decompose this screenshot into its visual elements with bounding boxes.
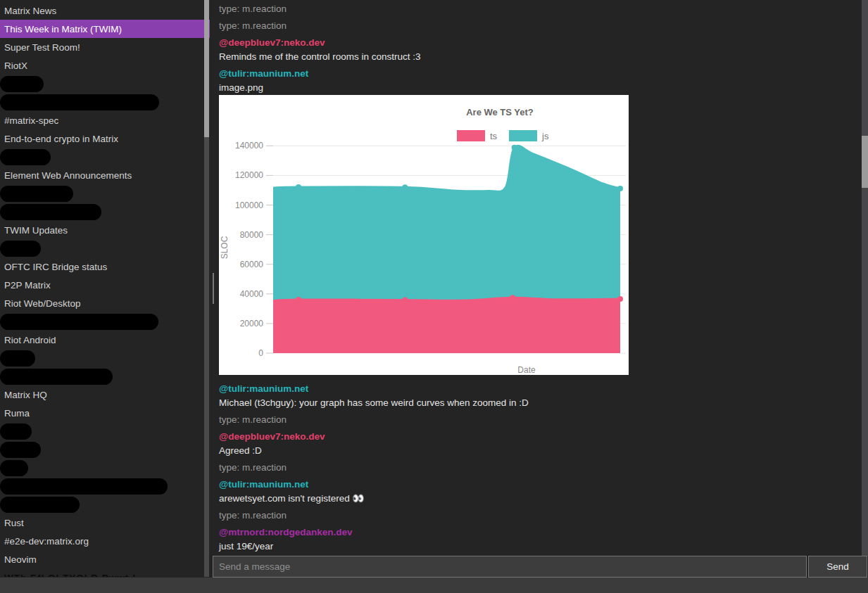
- svg-text:140000: 140000: [235, 141, 263, 151]
- message-sender[interactable]: @tulir:maunium.net: [219, 478, 862, 492]
- room-name: P2P Matrix: [4, 280, 51, 291]
- room-item-redacted[interactable]: [0, 477, 210, 495]
- room-item[interactable]: End-to-end crypto in Matrix: [0, 129, 210, 148]
- room-item-redacted[interactable]: [0, 312, 210, 331]
- redacted-room-name: [0, 241, 41, 257]
- room-item[interactable]: RiotX: [0, 56, 210, 75]
- room-item[interactable]: Riot Android: [0, 331, 210, 349]
- room-item[interactable]: OFTC IRC Bridge status: [0, 257, 210, 276]
- room-name: Matrix News: [4, 6, 56, 16]
- room-item[interactable]: Element Web Announcements: [0, 166, 210, 184]
- room-item[interactable]: Rust: [0, 514, 210, 532]
- room-item-redacted[interactable]: [0, 203, 210, 221]
- room-item[interactable]: TWIM Updates: [0, 221, 210, 239]
- room-item[interactable]: Riot Web/Desktop: [0, 294, 210, 312]
- room-item-redacted[interactable]: [0, 239, 210, 257]
- room-item[interactable]: Ruma: [0, 404, 210, 422]
- room-item[interactable]: Matrix News: [0, 1, 210, 20]
- room-item[interactable]: P2P Matrix: [0, 276, 210, 294]
- svg-text:120000: 120000: [235, 170, 263, 180]
- room-item[interactable]: #matrix-spec: [0, 111, 210, 129]
- svg-text:SLOC: SLOC: [220, 236, 229, 259]
- redacted-room-name: [0, 423, 32, 440]
- message-body: image.png: [219, 81, 862, 95]
- room-item-redacted[interactable]: [0, 495, 210, 514]
- splitter-handle[interactable]: [213, 273, 214, 304]
- svg-text:ts: ts: [490, 131, 498, 141]
- attached-chart-image[interactable]: 020000400006000080000100000120000140000A…: [219, 95, 629, 375]
- room-item-redacted[interactable]: [0, 459, 210, 477]
- room-name: End-to-end crypto in Matrix: [4, 134, 118, 144]
- svg-text:60000: 60000: [240, 260, 264, 269]
- redacted-room-name: [0, 186, 73, 202]
- room-name: OFTC IRC Bridge status: [4, 262, 107, 272]
- sidebar-scrollbar[interactable]: [204, 0, 209, 577]
- svg-text:20000: 20000: [240, 319, 264, 329]
- message-sender[interactable]: @mtrnord:nordgedanken.dev: [219, 525, 862, 540]
- redacted-room-name: [0, 204, 101, 220]
- room-list: Matrix NewsThis Week in Matrix (TWIM)Sup…: [0, 0, 210, 577]
- redacted-room-name: [0, 497, 80, 513]
- room-item-redacted[interactable]: [0, 75, 210, 93]
- message-meta: type: m.reaction: [219, 509, 862, 523]
- message-sender[interactable]: @deepbluev7:neko.dev: [219, 430, 862, 444]
- app-window: Matrix NewsThis Week in Matrix (TWIM)Sup…: [0, 0, 868, 593]
- room-sidebar: Matrix NewsThis Week in Matrix (TWIM)Sup…: [0, 0, 210, 577]
- redacted-room-name: [0, 76, 44, 92]
- redacted-room-name: [0, 460, 28, 476]
- status-strip: [0, 578, 868, 593]
- svg-text:js: js: [541, 131, 549, 141]
- room-item[interactable]: Matrix HQ: [0, 385, 210, 404]
- message-input[interactable]: [213, 556, 807, 578]
- svg-text:Are We TS Yet?: Are We TS Yet?: [466, 107, 534, 117]
- room-name: Element Web Announcements: [4, 170, 132, 181]
- room-item[interactable]: #e2e-dev:matrix.org: [0, 532, 210, 550]
- room-item-redacted[interactable]: [0, 440, 210, 459]
- message-sender[interactable]: @deepbluev7:neko.dev: [219, 36, 862, 50]
- redacted-room-name: [0, 149, 51, 165]
- chat-scrollbar-thumb[interactable]: [862, 136, 868, 188]
- room-item-redacted[interactable]: [0, 148, 210, 166]
- message-meta: type: m.reaction: [219, 19, 862, 33]
- room-name: Super Test Room!: [4, 42, 80, 53]
- svg-text:80000: 80000: [240, 230, 264, 240]
- room-name: Rust: [4, 518, 24, 528]
- svg-text:40000: 40000: [240, 289, 264, 299]
- message-list: type: m.reactiontype: m.reaction@deepblu…: [219, 2, 862, 570]
- room-item[interactable]: This Week in Matrix (TWIM): [0, 20, 210, 38]
- room-item[interactable]: Neovim: [0, 550, 210, 568]
- room-name: #matrix-spec: [4, 115, 58, 126]
- room-item-redacted[interactable]: [0, 422, 210, 440]
- sidebar-scrollbar-thumb[interactable]: [204, 0, 209, 137]
- message-body: Agreed :D: [219, 444, 862, 458]
- room-name: #e2e-dev:matrix.org: [4, 536, 89, 547]
- message-body: Reminds me of the control rooms in const…: [219, 50, 862, 64]
- room-item[interactable]: WTh Efl Ol TYOl D Pwwt !: [0, 568, 210, 577]
- room-item-redacted[interactable]: [0, 184, 210, 203]
- message-sender[interactable]: @tulir:maunium.net: [219, 382, 862, 396]
- redacted-room-name: [0, 442, 41, 458]
- redacted-room-name: [0, 478, 168, 495]
- room-name: Riot Android: [4, 335, 56, 345]
- chat-panel: type: m.reactiontype: m.reaction@deepblu…: [211, 0, 862, 577]
- room-name: This Week in Matrix (TWIM): [4, 24, 122, 34]
- room-item-redacted[interactable]: [0, 349, 210, 367]
- message-meta: type: m.reaction: [219, 413, 862, 427]
- chat-scrollbar[interactable]: [862, 0, 868, 556]
- room-name: Neovim: [4, 554, 37, 565]
- room-name: TWIM Updates: [4, 225, 68, 236]
- redacted-room-name: [0, 314, 158, 330]
- message-body: Michael (t3chguy): your graph has some w…: [219, 396, 862, 410]
- room-name: RiotX: [4, 60, 27, 71]
- room-item[interactable]: Super Test Room!: [0, 38, 210, 56]
- svg-text:0: 0: [258, 348, 263, 358]
- room-item-redacted[interactable]: [0, 93, 210, 111]
- svg-text:100000: 100000: [235, 200, 263, 210]
- message-composer: Send: [213, 556, 867, 578]
- message-meta: type: m.reaction: [219, 461, 862, 475]
- message-sender[interactable]: @tulir:maunium.net: [219, 67, 862, 81]
- room-item-redacted[interactable]: [0, 367, 210, 385]
- room-name: Riot Web/Desktop: [4, 298, 81, 309]
- redacted-room-name: [0, 369, 113, 385]
- send-button[interactable]: Send: [808, 556, 867, 578]
